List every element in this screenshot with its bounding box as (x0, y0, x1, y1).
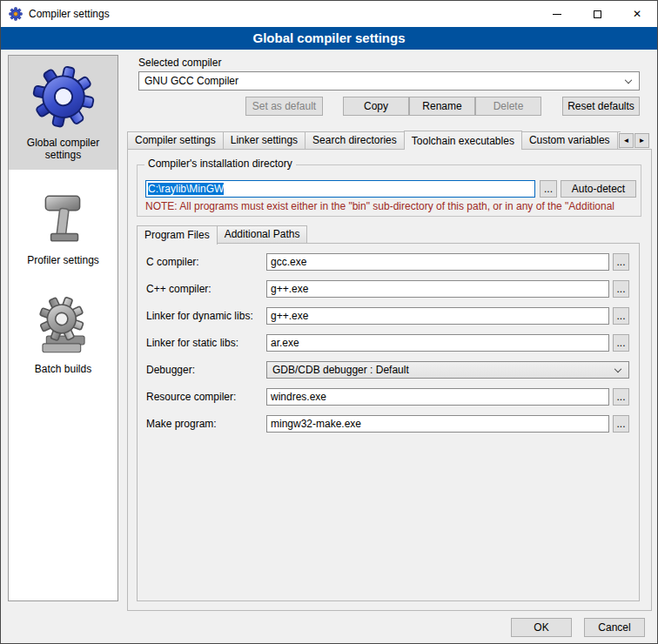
installation-directory-value: C:\raylib\MinGW (148, 183, 224, 195)
batch-builds-icon (33, 294, 94, 358)
sidebar-item-batch-builds[interactable]: Batch builds (9, 287, 118, 384)
subtab-program-files[interactable]: Program Files (137, 225, 218, 245)
app-icon (9, 7, 23, 21)
resource-compiler-label: Resource compiler: (146, 388, 236, 406)
selected-compiler-label: Selected compiler (138, 57, 221, 69)
auto-detect-button[interactable]: Auto-detect (561, 180, 636, 198)
sidebar-item-global-compiler-settings[interactable]: Global compiler settings (9, 56, 118, 170)
close-icon: ✕ (633, 9, 641, 19)
cpp-compiler-label: C++ compiler: (146, 280, 212, 298)
maximize-icon (594, 10, 601, 18)
selected-compiler-combobox[interactable]: GNU GCC Compiler (138, 71, 640, 91)
linker-dynamic-input[interactable] (266, 307, 609, 325)
sidebar-item-profiler-settings[interactable]: Profiler settings (9, 182, 118, 275)
resource-compiler-input[interactable] (266, 388, 609, 406)
minimize-icon (553, 14, 561, 15)
compiler-settings-window: Compiler settings ✕ Global compiler sett… (0, 0, 658, 644)
gear-icon (30, 63, 97, 131)
tab-search-directories[interactable]: Search directories (305, 131, 405, 150)
tab-compiler-settings[interactable]: Compiler settings (127, 131, 224, 150)
settings-tabstrip: Compiler settings Linker settings Search… (127, 130, 621, 150)
program-files-tabstrip: Program Files Additional Paths (137, 225, 502, 244)
sidebar-item-label: Batch builds (11, 363, 115, 375)
make-program-label: Make program: (146, 415, 217, 433)
linker-static-input[interactable] (266, 334, 609, 352)
linker-static-label: Linker for static libs: (146, 334, 238, 352)
subtab-additional-paths[interactable]: Additional Paths (217, 225, 308, 244)
cpp-compiler-browse-button[interactable]: ... (613, 280, 629, 298)
rename-button[interactable]: Rename (409, 97, 475, 116)
titlebar: Compiler settings ✕ (1, 1, 657, 27)
chevron-down-icon (625, 77, 632, 84)
selected-compiler-value: GNU GCC Compiler (144, 75, 238, 87)
installation-directory-browse-button[interactable]: ... (540, 180, 557, 198)
linker-static-browse-button[interactable]: ... (613, 334, 629, 352)
maximize-button[interactable] (577, 1, 617, 27)
copy-button[interactable]: Copy (343, 97, 409, 116)
installation-directory-input[interactable]: C:\raylib\MinGW (145, 180, 535, 198)
make-program-input[interactable] (266, 415, 609, 433)
c-compiler-browse-button[interactable]: ... (613, 253, 629, 271)
cpp-compiler-input[interactable] (266, 280, 609, 298)
sidebar-item-label: Global compiler settings (11, 137, 115, 161)
c-compiler-label: C compiler: (146, 253, 199, 271)
window-title: Compiler settings (29, 1, 110, 27)
c-compiler-input[interactable] (266, 253, 609, 271)
debugger-value: GDB/CDB debugger : Default (272, 364, 409, 376)
tab-linker-settings[interactable]: Linker settings (223, 131, 306, 150)
resource-compiler-browse-button[interactable]: ... (613, 388, 629, 406)
close-button[interactable]: ✕ (617, 1, 657, 27)
note-text: NOTE: All programs must exist either in … (145, 200, 648, 212)
dialog-header: Global compiler settings (1, 27, 657, 50)
tab-scroll-right-button[interactable]: ► (634, 133, 649, 148)
tab-scroll-left-button[interactable]: ◄ (619, 133, 634, 148)
linker-dynamic-label: Linker for dynamic libs: (146, 307, 253, 325)
reset-defaults-button[interactable]: Reset defaults (562, 97, 640, 116)
chevron-down-icon (614, 366, 621, 372)
debugger-combobox[interactable]: GDB/CDB debugger : Default (266, 361, 629, 379)
tab-scroll-arrows: ◄ ► (618, 133, 649, 148)
tab-toolchain-executables[interactable]: Toolchain executables (404, 131, 522, 150)
linker-dynamic-browse-button[interactable]: ... (613, 307, 629, 325)
set-as-default-button[interactable]: Set as default (245, 97, 323, 116)
profiler-icon (35, 189, 92, 249)
sidebar: Global compiler settings (8, 55, 118, 601)
minimize-button[interactable] (537, 1, 577, 27)
installation-directory-legend: Compiler's installation directory (144, 158, 296, 170)
delete-button[interactable]: Delete (475, 97, 541, 116)
window-controls: ✕ (537, 1, 657, 27)
debugger-label: Debugger: (146, 361, 195, 379)
sidebar-item-label: Profiler settings (11, 254, 115, 266)
make-program-browse-button[interactable]: ... (613, 415, 629, 433)
ok-button[interactable]: OK (511, 618, 572, 637)
tab-custom-variables[interactable]: Custom variables (521, 131, 618, 150)
cancel-button[interactable]: Cancel (584, 618, 645, 637)
